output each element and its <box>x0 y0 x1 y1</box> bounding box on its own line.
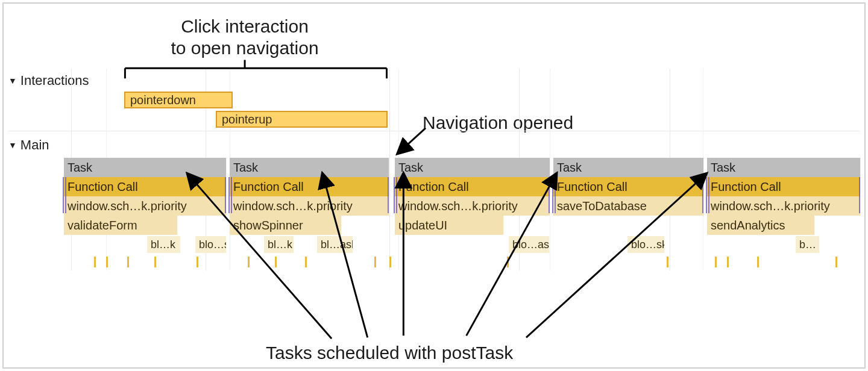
scheduler-block[interactable]: window.sch…k.priority <box>64 196 227 216</box>
annotation-line: to open navigation <box>171 38 318 58</box>
chunk-block[interactable]: blo…sk <box>195 236 227 253</box>
interaction-pointerdown[interactable]: pointerdown <box>124 92 233 108</box>
chunk-block[interactable]: bl…k <box>147 236 181 253</box>
performance-profile-diagram: Click interaction to open navigation Nav… <box>2 2 866 369</box>
annotation-line: Click interaction <box>181 16 309 36</box>
scheduler-block[interactable]: saveToDatabase <box>553 196 704 216</box>
annotation-tasks-posttask: Tasks scheduled with postTask <box>266 342 513 364</box>
task-block[interactable]: Task <box>64 158 227 177</box>
chunk-block[interactable]: blo…ask <box>509 236 550 253</box>
annotation-click-interaction: Click interaction to open navigation <box>124 16 365 59</box>
task-block[interactable]: Task <box>707 158 861 177</box>
scheduler-block[interactable]: window.sch…k.priority <box>395 196 550 216</box>
task-block[interactable]: Task <box>553 158 704 177</box>
function-call-block[interactable]: Function Call <box>707 177 861 196</box>
function-call-block[interactable]: Function Call <box>395 177 550 196</box>
function-call-block[interactable]: Function Call <box>64 177 227 196</box>
chunk-block[interactable]: bl…ask <box>317 236 353 253</box>
scheduler-block[interactable]: window.sch…k.priority <box>230 196 389 216</box>
chunk-block[interactable]: b… <box>796 236 820 253</box>
scheduler-block[interactable]: window.sch…k.priority <box>707 196 861 216</box>
chunk-block[interactable]: bl…k <box>264 236 294 253</box>
call-block[interactable]: validateForm <box>64 216 178 235</box>
chunk-block[interactable]: blo…sk <box>627 236 665 253</box>
call-block[interactable]: showSpinner <box>230 216 342 235</box>
call-block[interactable]: sendAnalytics <box>707 216 815 235</box>
function-call-block[interactable]: Function Call <box>553 177 704 196</box>
task-block[interactable]: Task <box>395 158 550 177</box>
call-block[interactable]: updateUI <box>395 216 504 235</box>
interaction-pointerup[interactable]: pointerup <box>216 111 388 128</box>
function-call-block[interactable]: Function Call <box>230 177 389 196</box>
task-block[interactable]: Task <box>230 158 389 177</box>
